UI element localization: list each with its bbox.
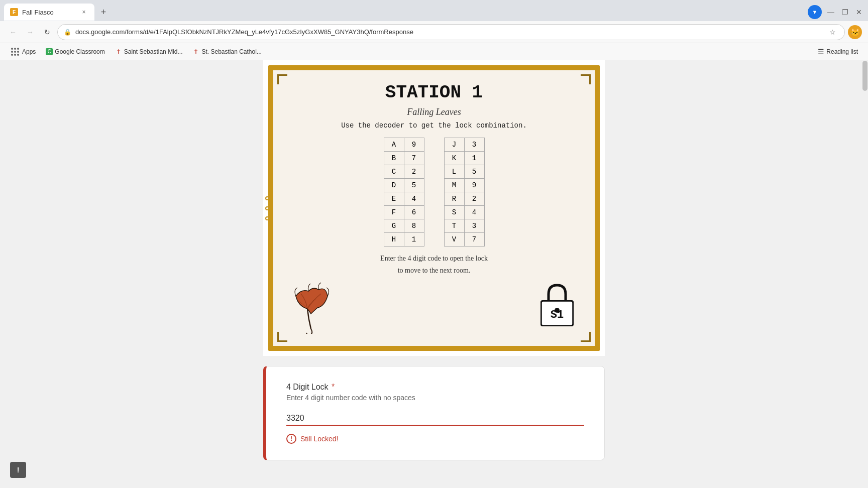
toolbar-right: 🐱 [848, 25, 862, 39]
decoder-gap [424, 179, 444, 192]
bookmark-st-sebastian-cathol[interactable]: ✝ St. Sebastian Cathol... [188, 47, 265, 57]
decoder-gap [424, 192, 444, 206]
decoder-cell-letter: G [384, 219, 404, 233]
station-image-area: STATION 1 Falling Leaves Use the decoder… [268, 65, 600, 351]
decoder-cell-letter: K [444, 152, 464, 165]
decoder-cell-letter: T [444, 219, 464, 233]
profile-button[interactable]: 🐱 [848, 25, 862, 39]
bookmark-apps[interactable]: Apps [6, 45, 40, 58]
decoder-cell-number: 9 [464, 179, 484, 192]
apps-label: Apps [22, 48, 36, 55]
leaf-decoration [288, 279, 334, 334]
tab-favicon: F [10, 8, 18, 16]
decoder-row: B7K1 [384, 152, 484, 165]
url-text: docs.google.com/forms/d/e/1FAlpQLSfObkNz… [75, 28, 822, 36]
tab-close-button[interactable]: × [79, 8, 88, 17]
decoder-cell-letter: E [384, 192, 404, 206]
decoder-row: D5M9 [384, 179, 484, 192]
decoder-cell-letter: V [444, 233, 464, 247]
decoder-row: A9J3 [384, 138, 484, 152]
bookmark-classroom-label: Google Classroom [55, 48, 104, 55]
bookmark-saint-sebastian-mid-label: Saint Sebastian Mid... [124, 48, 183, 55]
decoder-cell-letter: F [384, 206, 404, 219]
maximize-button[interactable]: ❐ [840, 7, 850, 17]
active-tab[interactable]: F Fall Fiasco × [4, 4, 94, 21]
station-card: STATION 1 Falling Leaves Use the decoder… [263, 60, 605, 356]
reading-list-button[interactable]: ☰ Reading list [814, 46, 862, 57]
decoder-cell-letter: C [384, 165, 404, 179]
st-sebastian-cathol-favicon: ✝ [192, 48, 199, 55]
decoder-row: G8T3 [384, 219, 484, 233]
decoder-cell-letter: S [444, 206, 464, 219]
decoder-area: A9J3B7K1C2L5D5M9E4R2F6S4G8T3H1V7 [288, 138, 580, 247]
station-subtitle: Falling Leaves [288, 107, 580, 117]
tab-title: Fall Fiasco [22, 9, 75, 16]
decoder-table: A9J3B7K1C2L5D5M9E4R2F6S4G8T3H1V7 [384, 138, 485, 247]
station-footer-line1: Enter the 4 digit code to open the lock [288, 255, 580, 263]
decoder-cell-number: 2 [464, 192, 484, 206]
feedback-button[interactable]: ! [10, 462, 26, 478]
minimize-button[interactable]: — [826, 7, 836, 17]
error-message: Still Locked! [300, 435, 338, 443]
lock-svg: S1 [534, 280, 580, 330]
classroom-favicon: C [46, 48, 53, 55]
decoder-cell-letter: D [384, 179, 404, 192]
decoder-cell-number: 1 [404, 233, 424, 247]
corner-top-left [277, 74, 287, 84]
refresh-button[interactable]: ↻ [40, 25, 54, 39]
station-bottom-row: S1 [288, 279, 580, 334]
new-tab-button[interactable]: + [96, 5, 111, 19]
decoder-cell-number: 6 [404, 206, 424, 219]
close-window-button[interactable]: ✕ [854, 7, 864, 17]
decoder-row: C2L5 [384, 165, 484, 179]
bookmark-google-classroom[interactable]: C Google Classroom [42, 47, 108, 57]
error-row: ! Still Locked! [286, 434, 584, 444]
decoder-gap [424, 206, 444, 219]
scrollbar-thumb[interactable] [862, 61, 867, 91]
tab-bar: F Fall Fiasco × + ▼ — ❐ ✕ [0, 0, 868, 21]
bookmark-saint-sebastian-mid[interactable]: ✝ Saint Sebastian Mid... [111, 47, 187, 57]
page-content: STATION 1 Falling Leaves Use the decoder… [0, 60, 868, 488]
decoder-row: H1V7 [384, 233, 484, 247]
station-footer-line2: to move to the next room. [288, 267, 580, 275]
decoder-row: F6S4 [384, 206, 484, 219]
decoder-gap [424, 165, 444, 179]
form-field-label: 4 Digit Lock [286, 383, 329, 391]
decoder-cell-number: 8 [404, 219, 424, 233]
error-icon: ! [286, 434, 296, 444]
lock-decoration: S1 [534, 280, 580, 332]
chrome-profile-icon[interactable]: ▼ [808, 5, 822, 19]
decoder-cell-number: 2 [404, 165, 424, 179]
station-instruction: Use the decoder to get the lock combinat… [288, 121, 580, 130]
decoder-cell-number: 3 [464, 219, 484, 233]
bookmark-star-icon[interactable]: ☆ [826, 26, 838, 38]
form-section: 4 Digit Lock * Enter 4 digit number code… [263, 366, 605, 460]
form-helper-text: Enter 4 digit number code with no spaces [286, 394, 584, 402]
decoder-row: E4R2 [384, 192, 484, 206]
decoder-cell-letter: L [444, 165, 464, 179]
digit-lock-input[interactable] [286, 412, 584, 426]
bookmarks-bar: Apps C Google Classroom ✝ Saint Sebastia… [0, 43, 868, 60]
form-label-row: 4 Digit Lock * [286, 383, 584, 392]
decoder-cell-number: 7 [404, 152, 424, 165]
toolbar: ← → ↻ 🔒 docs.google.com/forms/d/e/1FAlpQ… [0, 21, 868, 43]
decoder-cell-number: 5 [464, 165, 484, 179]
circuit-dots-left [265, 196, 269, 220]
security-lock-icon: 🔒 [64, 29, 71, 36]
window-controls: ▼ — ❐ ✕ [808, 5, 864, 19]
decoder-cell-letter: J [444, 138, 464, 152]
reading-list-label: Reading list [826, 48, 858, 55]
browser-chrome: F Fall Fiasco × + ▼ — ❐ ✕ ← → ↻ 🔒 docs.g… [0, 0, 868, 60]
address-bar[interactable]: 🔒 docs.google.com/forms/d/e/1FAlpQLSfObk… [57, 24, 845, 40]
decoder-cell-letter: R [444, 192, 464, 206]
decoder-cell-number: 1 [464, 152, 484, 165]
forward-button[interactable]: → [23, 25, 37, 39]
saint-sebastian-mid-favicon: ✝ [115, 48, 122, 55]
decoder-cell-number: 5 [404, 179, 424, 192]
decoder-cell-letter: A [384, 138, 404, 152]
decoder-gap [424, 219, 444, 233]
form-section-wrapper: 4 Digit Lock * Enter 4 digit number code… [0, 356, 868, 460]
corner-bottom-left [277, 332, 287, 342]
scrollbar[interactable]: ▲ [862, 60, 868, 488]
back-button[interactable]: ← [6, 25, 20, 39]
